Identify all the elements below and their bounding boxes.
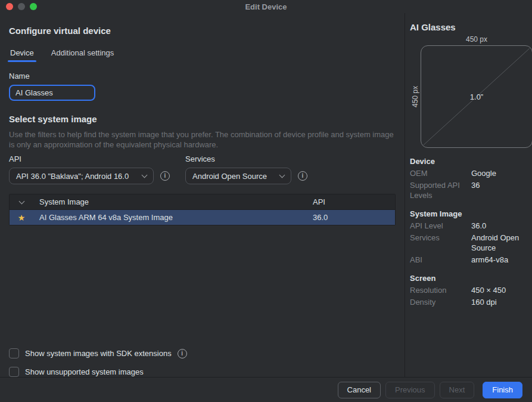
filters-row: API API 36.0 "Baklava"; Android 16.0 i S… xyxy=(9,154,396,184)
cancel-button[interactable]: Cancel xyxy=(338,382,381,398)
checkbox-section: Show system images with SDK extensions i… xyxy=(9,348,396,377)
window-title: Edit Device xyxy=(0,2,532,11)
spec-row: API Level 36.0 xyxy=(410,221,532,231)
star-cell[interactable]: ★ xyxy=(10,213,33,222)
sdk-extensions-checkbox-label: Show system images with SDK extensions xyxy=(25,349,172,358)
tab-bar: Device Additional settings xyxy=(9,46,396,62)
sdk-extensions-info-icon[interactable]: i xyxy=(178,349,187,358)
name-label: Name xyxy=(9,72,396,81)
spec-row: ABI arm64-v8a xyxy=(410,255,532,265)
tab-additional-settings-label: Additional settings xyxy=(51,48,114,57)
spec-heading-device: Device xyxy=(410,157,532,166)
screen-diagonal-size: 1.0” xyxy=(421,92,532,101)
spec-row: Resolution 450 × 450 xyxy=(410,285,532,295)
column-header-system-image[interactable]: System Image xyxy=(33,197,313,206)
spec-row: Services Android Open Source xyxy=(410,233,532,253)
page-title: Configure virtual device xyxy=(9,26,396,36)
api-label: API xyxy=(9,154,170,163)
select-system-image-title: Select system image xyxy=(9,114,396,124)
system-image-name-cell: AI Glasses ARM 64 v8a System Image xyxy=(33,213,313,222)
sort-column-header[interactable] xyxy=(10,200,33,203)
dialog-footer: Cancel Previous Next Finish xyxy=(0,377,532,402)
screen-outline: 1.0” xyxy=(421,45,532,148)
api-filter-group: API API 36.0 "Baklava"; Android 16.0 i xyxy=(9,154,170,184)
services-filter-group: Services Android Open Source i xyxy=(185,154,307,184)
api-info-icon[interactable]: i xyxy=(160,171,170,181)
unsupported-images-checkbox[interactable] xyxy=(9,367,19,377)
spec-row: Density 160 dpi xyxy=(410,297,532,307)
system-image-table: System Image API ★ AI Glasses ARM 64 v8a… xyxy=(9,194,396,225)
tab-device[interactable]: Device xyxy=(9,46,35,62)
tab-device-label: Device xyxy=(10,48,34,57)
sdk-extensions-checkbox[interactable] xyxy=(9,348,19,358)
table-row[interactable]: ★ AI Glasses ARM 64 v8a System Image 36.… xyxy=(10,210,395,225)
screen-height-label: 450 px xyxy=(409,45,421,148)
services-select-value: Android Open Source xyxy=(192,172,267,181)
titlebar: Edit Device xyxy=(0,0,532,13)
services-select[interactable]: Android Open Source xyxy=(185,168,291,184)
system-image-api-cell: 36.0 xyxy=(313,213,395,222)
unsupported-images-checkbox-row[interactable]: Show unsupported system images xyxy=(9,367,396,377)
column-header-api[interactable]: API xyxy=(313,197,395,206)
chevron-down-icon xyxy=(18,199,24,205)
chevron-down-icon xyxy=(279,172,285,178)
services-label: Services xyxy=(185,154,307,163)
api-select-value: API 36.0 "Baklava"; Android 16.0 xyxy=(16,172,129,181)
tab-additional-settings[interactable]: Additional settings xyxy=(50,46,116,62)
sdk-extensions-checkbox-row[interactable]: Show system images with SDK extensions i xyxy=(9,348,396,358)
star-icon: ★ xyxy=(18,213,26,222)
table-header-row: System Image API xyxy=(10,194,395,210)
spec-row: OEM Google xyxy=(410,168,532,178)
edit-device-dialog: Edit Device Configure virtual device Dev… xyxy=(0,0,532,402)
name-input[interactable] xyxy=(9,85,95,101)
finish-button[interactable]: Finish xyxy=(483,382,522,398)
spec-heading-screen: Screen xyxy=(410,274,532,283)
services-info-icon[interactable]: i xyxy=(298,171,307,181)
spec-row: Supported API Levels 36 xyxy=(410,180,532,200)
device-spec-list: Device OEM Google Supported API Levels 3… xyxy=(409,157,532,307)
preview-device-name: AI Glasses xyxy=(409,22,532,32)
spec-heading-system-image: System Image xyxy=(410,209,532,218)
previous-button: Previous xyxy=(385,382,435,398)
system-image-description: Use the filters to help find the system … xyxy=(9,129,396,150)
device-preview-panel: AI Glasses 450 px 450 px 1.0” Device OE xyxy=(405,13,532,377)
unsupported-images-checkbox-label: Show unsupported system images xyxy=(25,367,144,376)
chevron-down-icon xyxy=(142,172,148,178)
screen-diagram: 450 px 450 px 1.0” xyxy=(409,35,532,148)
next-button: Next xyxy=(440,382,475,398)
screen-width-label: 450 px xyxy=(421,35,532,44)
api-select[interactable]: API 36.0 "Baklava"; Android 16.0 xyxy=(9,168,154,184)
configure-panel: Configure virtual device Device Addition… xyxy=(0,13,405,377)
